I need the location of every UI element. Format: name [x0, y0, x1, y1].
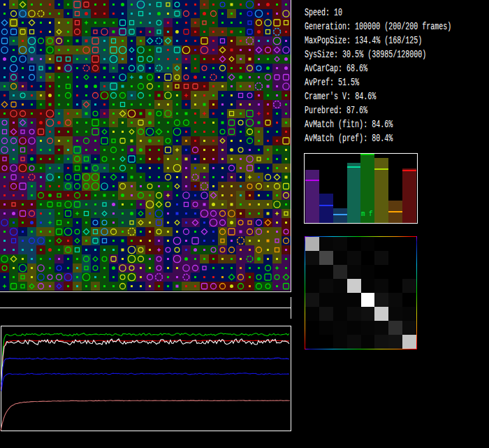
svg-text:MaxPopSize: 134.4% (168/125): MaxPopSize: 134.4% (168/125)	[305, 35, 422, 46]
svg-text:SysSize: 30.5% (38985/128000): SysSize: 30.5% (38985/128000)	[305, 49, 426, 60]
svg-text:m f: m f	[361, 210, 373, 218]
svg-text:Generation: 100000 (200/200 fr: Generation: 100000 (200/200 frames)	[305, 21, 451, 32]
svg-text:AvPref: 51.5%: AvPref: 51.5%	[305, 77, 360, 88]
svg-text:Purebred: 87.6%: Purebred: 87.6%	[305, 105, 368, 116]
svg-text:AvCarCap: 68.6%: AvCarCap: 68.6%	[305, 63, 368, 74]
svg-text:AvMatch (pref): 80.4%: AvMatch (pref): 80.4%	[305, 133, 393, 144]
svg-text:Cramer's V: 84.6%: Cramer's V: 84.6%	[305, 91, 377, 102]
svg-text:AvMatch (fitn): 84.6%: AvMatch (fitn): 84.6%	[305, 119, 393, 130]
svg-text:Speed: 10: Speed: 10	[305, 7, 342, 18]
